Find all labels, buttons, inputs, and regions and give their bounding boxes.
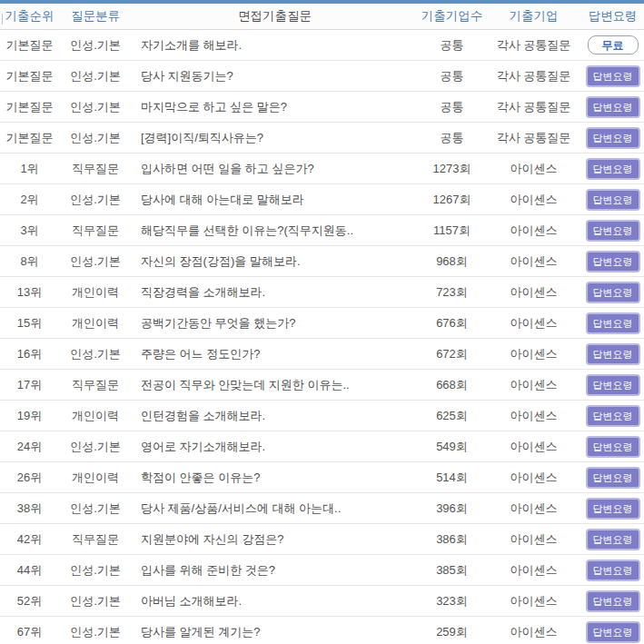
table-row: 3위직무질문해당직무를 선택한 이유는?(직무지원동..1157회아이센스답변요… [0, 215, 644, 246]
question-link[interactable]: 입사하면 어떤 일을 하고 싶은가? [132, 161, 418, 177]
question-link[interactable]: 해당직무를 선택한 이유는?(직무지원동.. [132, 223, 418, 239]
action-cell: 답변요령 [581, 220, 644, 242]
action-cell: 답변요령 [581, 467, 644, 489]
category-cell: 인성.기본 [59, 346, 132, 362]
rank-cell: 67위 [0, 624, 59, 640]
answer-tip-button[interactable]: 답변요령 [586, 65, 640, 87]
table-row: 기본질문인성.기본[경력]이직/퇴직사유는?공통각사 공통질문답변요령 [0, 123, 644, 154]
category-cell: 인성.기본 [59, 593, 132, 609]
answer-tip-button[interactable]: 답변요령 [586, 312, 640, 334]
company-cell: 아이센스 [486, 377, 581, 393]
category-cell: 직무질문 [59, 223, 132, 239]
answer-tip-button[interactable]: 답변요령 [586, 590, 640, 612]
company-cell: 각사 공통질문 [486, 99, 581, 115]
count-cell: 549회 [418, 439, 486, 455]
answer-tip-button[interactable]: 답변요령 [586, 467, 640, 489]
action-cell: 답변요령 [581, 158, 644, 180]
action-cell: 답변요령 [581, 65, 644, 87]
company-cell: 각사 공통질문 [486, 37, 581, 54]
question-link[interactable]: 마지막으로 하고 싶은 말은? [132, 99, 418, 115]
count-cell: 공통 [418, 37, 486, 54]
category-cell: 인성.기본 [59, 37, 132, 54]
table-row: 42위직무질문지원분야에 자신의 강점은?386회아이센스답변요령 [0, 524, 644, 555]
rank-cell: 16위 [0, 346, 59, 362]
answer-tip-button[interactable]: 답변요령 [586, 529, 640, 550]
question-link[interactable]: 당사 제품/상품/서비스에 대해 아는대.. [132, 500, 418, 517]
answer-tip-button[interactable]: 답변요령 [586, 498, 640, 520]
table-row: 67위인성.기본당사를 알게된 계기는?259회아이센스답변요령 [0, 617, 644, 644]
column-header-category: 질문분류 [59, 8, 132, 25]
question-link[interactable]: 입사를 위해 준비한 것은? [132, 562, 418, 579]
category-cell: 인성.기본 [59, 68, 132, 84]
question-link[interactable]: 당사 지원동기는? [132, 68, 418, 84]
rank-cell: 52위 [0, 593, 59, 609]
column-header-question: 면접기출질문 [132, 8, 418, 25]
answer-tip-button[interactable]: 답변요령 [586, 405, 640, 427]
company-cell: 아이센스 [486, 315, 581, 332]
count-cell: 386회 [418, 531, 486, 548]
company-cell: 아이센스 [486, 192, 581, 208]
company-cell: 아이센스 [486, 284, 581, 301]
question-link[interactable]: 직장경력을 소개해보라. [132, 284, 418, 301]
table-row: 기본질문인성.기본당사 지원동기는?공통각사 공통질문답변요령 [0, 61, 644, 92]
question-link[interactable]: 학점이 안좋은 이유는? [132, 470, 418, 486]
count-cell: 385회 [418, 562, 486, 579]
action-cell: 답변요령 [581, 590, 644, 612]
company-cell: 아이센스 [486, 408, 581, 424]
table-row: 38위인성.기본당사 제품/상품/서비스에 대해 아는대..396회아이센스답변… [0, 493, 644, 524]
question-link[interactable]: 지원분야에 자신의 강점은? [132, 531, 418, 548]
answer-tip-button[interactable]: 답변요령 [586, 220, 640, 242]
table-row: 기본질문인성.기본마지막으로 하고 싶은 말은?공통각사 공통질문답변요령 [0, 92, 644, 123]
table-header-row: 기출순위 질문분류 면접기출질문 기출기업수 기출기업 답변요령 [0, 4, 644, 30]
count-cell: 공통 [418, 68, 486, 84]
answer-tip-button[interactable]: 답변요령 [586, 374, 640, 396]
question-link[interactable]: [경력]이직/퇴직사유는? [132, 130, 418, 146]
count-cell: 공통 [418, 99, 486, 115]
question-link[interactable]: 인턴경험을 소개해보라. [132, 408, 418, 424]
count-cell: 668회 [418, 377, 486, 393]
question-link[interactable]: 공백기간동안 무엇을 했는가? [132, 315, 418, 332]
action-cell: 답변요령 [581, 251, 644, 272]
question-link[interactable]: 전공이 직무와 안맞는데 지원한 이유는.. [132, 377, 418, 393]
rank-cell: 기본질문 [0, 37, 59, 54]
count-cell: 1267회 [418, 192, 486, 208]
rank-cell: 2위 [0, 192, 59, 208]
answer-tip-button[interactable]: 답변요령 [586, 251, 640, 272]
action-cell: 답변요령 [581, 560, 644, 581]
answer-tip-button[interactable]: 답변요령 [586, 282, 640, 303]
answer-tip-button[interactable]: 답변요령 [586, 436, 640, 458]
category-cell: 인성.기본 [59, 500, 132, 517]
rank-cell: 44위 [0, 562, 59, 579]
count-cell: 676회 [418, 315, 486, 332]
table-row: 44위인성.기본입사를 위해 준비한 것은?385회아이센스답변요령 [0, 555, 644, 586]
count-cell: 396회 [418, 500, 486, 517]
question-link[interactable]: 아버님 소개해보라. [132, 593, 418, 609]
answer-tip-button[interactable]: 답변요령 [586, 621, 640, 643]
answer-tip-button[interactable]: 답변요령 [586, 158, 640, 180]
table-row: 19위개인이력인턴경험을 소개해보라.625회아이센스답변요령 [0, 401, 644, 431]
action-cell: 답변요령 [581, 127, 644, 149]
answer-tip-button[interactable]: 답변요령 [586, 189, 640, 211]
category-cell: 개인이력 [59, 284, 132, 301]
count-cell: 1157회 [418, 223, 486, 239]
rank-cell: 15위 [0, 315, 59, 332]
question-link[interactable]: 자신의 장점(강점)을 말해보라. [132, 253, 418, 270]
answer-tip-button[interactable]: 답변요령 [586, 560, 640, 581]
answer-tip-button[interactable]: 답변요령 [586, 343, 640, 365]
company-cell: 아이센스 [486, 624, 581, 640]
table-body: 기본질문인성.기본자기소개를 해보라.공통각사 공통질문무료기본질문인성.기본당… [0, 30, 644, 644]
company-cell: 아이센스 [486, 531, 581, 548]
question-link[interactable]: 주량은 어느 정도인가? [132, 346, 418, 362]
rank-cell: 38위 [0, 500, 59, 517]
column-header-company: 기출기업 [486, 8, 581, 25]
answer-tip-button[interactable]: 답변요령 [586, 96, 640, 118]
free-badge-button[interactable]: 무료 [588, 35, 639, 54]
question-link[interactable]: 자기소개를 해보라. [132, 37, 418, 54]
question-link[interactable]: 당사를 알게된 계기는? [132, 624, 418, 640]
company-cell: 아이센스 [486, 253, 581, 270]
answer-tip-button[interactable]: 답변요령 [586, 127, 640, 149]
question-link[interactable]: 당사에 대해 아는대로 말해보라 [132, 192, 418, 208]
action-cell: 답변요령 [581, 343, 644, 365]
rank-cell: 8위 [0, 253, 59, 270]
question-link[interactable]: 영어로 자기소개해보라. [132, 439, 418, 455]
